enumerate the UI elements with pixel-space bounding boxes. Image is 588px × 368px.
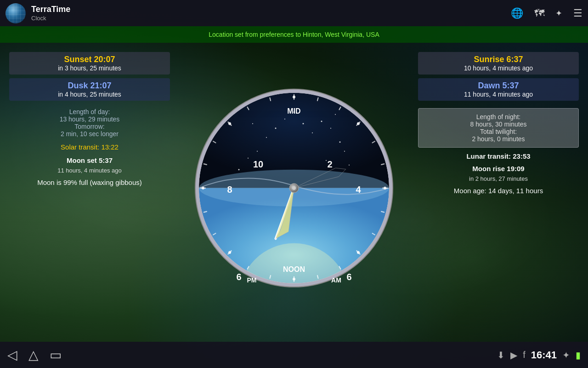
map-button[interactable]: 🗺 <box>534 7 544 19</box>
app-icon <box>6 3 26 23</box>
moon-full: Moon is 99% full (waxing gibbous) <box>9 178 170 186</box>
sunset-relative: in 3 hours, 25 minutes <box>14 64 165 72</box>
bluetooth-icon: ✦ <box>562 350 570 361</box>
moon-set-title: Moon set 5:37 <box>9 156 170 164</box>
svg-point-9 <box>330 128 331 129</box>
svg-point-11 <box>257 151 258 152</box>
svg-text:6: 6 <box>236 272 241 282</box>
tomorrow-label: Tomorrow: <box>9 123 170 130</box>
dawn-row: Dawn 5:37 11 hours, 4 minutes ago <box>418 78 579 101</box>
svg-text:2: 2 <box>327 159 332 169</box>
sunrise-title: Sunrise 6:37 <box>423 55 574 64</box>
clock-svg: MID NOON PM AM 10 2 8 4 6 6 4 8 2 10 <box>193 87 395 289</box>
sunset-title: Sunset 20:07 <box>14 55 165 64</box>
dusk-relative: in 4 hours, 25 minutes <box>14 91 165 98</box>
svg-point-15 <box>248 158 249 159</box>
app-subtitle: Clock <box>31 15 511 22</box>
label-mid: MID <box>287 107 300 115</box>
svg-point-4 <box>284 119 285 120</box>
status-clock: 16:41 <box>531 349 557 361</box>
moon-set-relative: 11 hours, 4 minutes ago <box>9 167 170 174</box>
svg-point-5 <box>303 123 304 124</box>
left-panel: Sunset 20:07 in 3 hours, 25 minutes Dusk… <box>0 47 179 191</box>
compass-button[interactable]: ✦ <box>555 8 562 18</box>
dusk-row: Dusk 21:07 in 4 hours, 25 minutes <box>9 78 170 101</box>
svg-point-20 <box>326 160 327 161</box>
nav-home-button[interactable]: △ <box>28 347 39 362</box>
nav-back-button[interactable]: ◁ <box>7 347 17 362</box>
svg-point-14 <box>349 165 350 166</box>
usb-icon: ⬇ <box>497 350 505 361</box>
night-length-box: Length of night: 8 hours, 30 minutes Tot… <box>418 108 579 148</box>
svg-point-17 <box>335 114 336 115</box>
header-bar: TerraTime Clock 🌐 🗺 ✦ ☰ <box>0 0 588 26</box>
solar-transit: Solar transit: 13:22 <box>9 143 170 151</box>
dawn-title: Dawn 5:37 <box>423 81 574 91</box>
sunrise-row: Sunrise 6:37 10 hours, 4 minutes ago <box>418 52 579 75</box>
svg-point-13 <box>238 169 240 170</box>
sunset-row: Sunset 20:07 in 3 hours, 25 minutes <box>9 52 170 75</box>
svg-text:10: 10 <box>253 159 263 169</box>
svg-point-18 <box>252 123 253 124</box>
status-right: ⬇ ▶ f 16:41 ✦ ▮ <box>497 349 581 361</box>
sunrise-relative: 10 hours, 4 minutes ago <box>423 64 574 72</box>
moon-rise-relative: in 2 hours, 27 minutes <box>418 175 579 182</box>
moon-rise-title: Moon rise 19:09 <box>418 165 579 172</box>
label-noon: NOON <box>283 265 305 273</box>
nav-buttons: ◁ △ ▭ <box>7 347 62 362</box>
day-length-label: Length of day: <box>9 108 170 115</box>
location-text: Location set from preferences to Hinton,… <box>209 31 379 38</box>
svg-point-12 <box>344 151 345 152</box>
globe-button[interactable]: 🌐 <box>511 7 523 19</box>
svg-point-3 <box>275 127 277 129</box>
day-length-value: 13 hours, 29 minutes <box>9 115 170 123</box>
svg-point-71 <box>292 186 296 190</box>
nav-recent-button[interactable]: ▭ <box>50 347 62 362</box>
clock-container: MID NOON PM AM 10 2 8 4 6 6 4 8 2 10 <box>193 87 395 289</box>
svg-point-10 <box>339 141 341 143</box>
battery-icon: ▮ <box>576 350 581 361</box>
moon-set-row: Moon set 5:37 11 hours, 4 minutes ago <box>9 156 170 174</box>
dawn-relative: 11 hours, 4 minutes ago <box>423 91 574 98</box>
twilight-label: Total twilight: <box>425 128 572 135</box>
facebook-icon: f <box>523 350 526 360</box>
label-pm: PM <box>247 276 257 284</box>
svg-point-50 <box>384 187 386 190</box>
svg-point-48 <box>293 96 295 98</box>
right-panel: Sunrise 6:37 10 hours, 4 minutes ago Daw… <box>409 47 588 199</box>
svg-text:6: 6 <box>346 272 351 282</box>
app-name: TerraTime <box>31 5 511 15</box>
dusk-title: Dusk 21:07 <box>14 81 165 91</box>
globe-app-icon <box>6 3 26 23</box>
night-length-label: Length of night: <box>425 113 572 121</box>
header-title-block: TerraTime Clock <box>31 5 511 22</box>
svg-text:8: 8 <box>227 184 232 195</box>
download-icon: ▶ <box>510 350 517 361</box>
lunar-transit: Lunar transit: 23:53 <box>418 152 579 160</box>
moon-age: Moon age: 14 days, 11 hours <box>418 187 579 195</box>
status-bar: ◁ △ ▭ ⬇ ▶ f 16:41 ✦ ▮ <box>0 342 588 368</box>
day-length-section: Length of day: 13 hours, 29 minutes Tomo… <box>9 108 170 138</box>
svg-point-54 <box>202 187 204 190</box>
svg-text:4: 4 <box>356 184 361 195</box>
night-length-value: 8 hours, 30 minutes <box>425 121 572 128</box>
tomorrow-value: 2 min, 10 sec longer <box>9 130 170 138</box>
header-actions: 🌐 🗺 ✦ ☰ <box>511 7 582 19</box>
twilight-value: 2 hours, 0 minutes <box>425 135 572 143</box>
svg-point-7 <box>321 121 322 122</box>
menu-button[interactable]: ☰ <box>573 7 582 19</box>
location-bar: Location set from preferences to Hinton,… <box>0 26 588 43</box>
label-am: AM <box>331 276 341 284</box>
moon-rise-row: Moon rise 19:09 in 2 hours, 27 minutes <box>418 165 579 182</box>
svg-point-6 <box>312 132 313 133</box>
svg-point-52 <box>293 278 295 281</box>
svg-point-8 <box>266 137 267 138</box>
